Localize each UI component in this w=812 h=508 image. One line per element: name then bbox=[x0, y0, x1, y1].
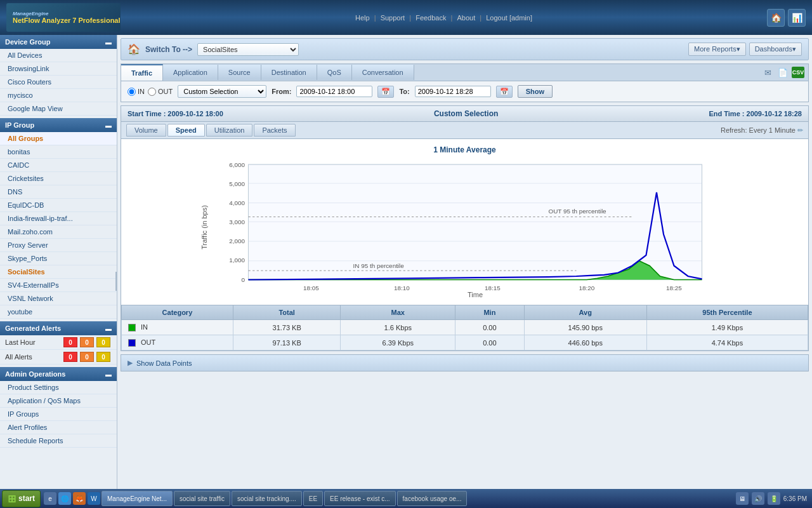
sidebar-item-india-firewall[interactable]: India-firewall-ip-traf... bbox=[0, 212, 117, 225]
col-header-min: Min bbox=[455, 305, 525, 320]
sidebar-item-proxy-server[interactable]: Proxy Server bbox=[0, 239, 117, 252]
taskbar-app-social-traffic[interactable]: social site traffic bbox=[174, 491, 230, 506]
sidebar-item-cisco-routers[interactable]: Cisco Routers bbox=[0, 76, 117, 89]
taskbar-app-social-tracking[interactable]: social site tracking.... bbox=[232, 491, 302, 506]
tab-source[interactable]: Source bbox=[218, 65, 261, 80]
out-radio[interactable] bbox=[148, 88, 156, 96]
out-radio-label[interactable]: OUT bbox=[148, 88, 173, 96]
chart-end-time: End Time : 2009-10-12 18:28 bbox=[709, 110, 802, 117]
sidebar-collapse-arrow[interactable]: ◀ bbox=[115, 272, 117, 291]
sidebar-item-vsnl-network[interactable]: VSNL Network bbox=[0, 292, 117, 305]
sidebar-item-equidc-db[interactable]: EquIDC-DB bbox=[0, 199, 117, 212]
refresh-icon[interactable]: ✏ bbox=[797, 126, 803, 134]
logout-link[interactable]: Logout [admin] bbox=[486, 14, 532, 22]
tab-conversation[interactable]: Conversation bbox=[352, 65, 414, 80]
generated-alerts-header[interactable]: Generated Alerts ▬ bbox=[0, 321, 117, 335]
admin-operations-header[interactable]: Admin Operations ▬ bbox=[0, 367, 117, 381]
col-header-avg: Avg bbox=[524, 305, 646, 320]
sidebar-item-sv4-external[interactable]: SV4-ExternalIPs bbox=[0, 279, 117, 292]
start-button[interactable]: ⊞ start bbox=[2, 490, 41, 507]
from-calendar-button[interactable]: 📅 bbox=[377, 86, 394, 98]
topbar-icon-1[interactable]: 🏠 bbox=[767, 9, 785, 27]
logo: ManageEngine NetFlow Analyzer 7 Professi… bbox=[6, 3, 121, 32]
to-datetime-input[interactable] bbox=[415, 86, 491, 97]
chart-subtitle: 1 Minute Average bbox=[131, 145, 799, 154]
to-calendar-button[interactable]: 📅 bbox=[496, 86, 513, 98]
table-header-row: Category Total Max Min Avg 95th Percenti… bbox=[122, 305, 808, 320]
all-alerts-yellow-badge: 0 bbox=[96, 352, 110, 362]
sidebar-item-mail-zoho[interactable]: Mail.zoho.com bbox=[0, 225, 117, 239]
sidebar-item-bonitas[interactable]: bonitas bbox=[0, 145, 117, 159]
chart-tab-utilization[interactable]: Utilization bbox=[206, 124, 253, 137]
show-button[interactable]: Show bbox=[518, 85, 553, 98]
taskbar-app-ee[interactable]: EE bbox=[303, 491, 323, 506]
feedback-link[interactable]: Feedback bbox=[416, 14, 446, 22]
taskbar-app-facebook[interactable]: facebook usage oe... bbox=[397, 491, 468, 506]
taskbar-icon-2[interactable]: 🌐 bbox=[58, 492, 71, 505]
sidebar-item-browsing-link[interactable]: BrowsingLink bbox=[0, 62, 117, 76]
selection-dropdown[interactable]: Custom Selection Last 1 Hour Last 6 Hour… bbox=[178, 85, 266, 98]
from-datetime-input[interactable] bbox=[296, 86, 372, 97]
sidebar-item-all-groups[interactable]: All Groups bbox=[0, 132, 117, 145]
admin-item-alert-profiles[interactable]: Alert Profiles bbox=[0, 421, 117, 434]
admin-item-ip-groups[interactable]: IP Groups bbox=[0, 408, 117, 421]
svg-text:4,000: 4,000 bbox=[229, 199, 245, 206]
sidebar-item-google-map[interactable]: Google Map View bbox=[0, 102, 117, 116]
sidebar-item-cricketsites[interactable]: Cricketsites bbox=[0, 172, 117, 185]
taskbar-ie-icon[interactable]: e bbox=[44, 492, 56, 505]
chart-start-time: Start Time : 2009-10-12 18:00 bbox=[128, 110, 223, 117]
svg-rect-1 bbox=[249, 164, 702, 280]
sidebar-item-dns[interactable]: DNS bbox=[0, 185, 117, 199]
svg-text:18:05: 18:05 bbox=[303, 284, 319, 291]
col-header-percentile: 95th Percentile bbox=[646, 305, 808, 320]
sidebar-item-social-sites[interactable]: SocialSites bbox=[0, 265, 117, 279]
more-reports-button[interactable]: More Reports▾ bbox=[688, 43, 746, 56]
col-header-total: Total bbox=[233, 305, 341, 320]
admin-item-schedule-reports[interactable]: Schedule Reports bbox=[0, 434, 117, 448]
show-data-points-bar[interactable]: ▶ Show Data Points bbox=[121, 354, 809, 371]
switch-to-select[interactable]: SocialSites All Devices Cisco Routers bbox=[197, 43, 299, 56]
chart-tab-speed[interactable]: Speed bbox=[167, 124, 205, 137]
sidebar-item-mycisco[interactable]: mycisco bbox=[0, 89, 117, 102]
help-link[interactable]: Help bbox=[355, 14, 370, 22]
taskbar-battery-icon: 🔋 bbox=[768, 492, 780, 505]
admin-item-application-qos[interactable]: Application / QoS Maps bbox=[0, 394, 117, 408]
row-out-percentile: 4.74 Kbps bbox=[646, 335, 808, 351]
svg-text:Traffic (in bps): Traffic (in bps) bbox=[200, 205, 208, 250]
chart-tab-volume[interactable]: Volume bbox=[126, 124, 166, 137]
csv-export-icon[interactable]: CSV bbox=[792, 67, 804, 78]
sidebar-item-youtube[interactable]: youtube bbox=[0, 305, 117, 319]
taskbar-ff-icon[interactable]: 🦊 bbox=[73, 492, 86, 505]
all-alerts-orange-badge: 0 bbox=[80, 352, 94, 362]
email-export-icon[interactable]: ✉ bbox=[761, 67, 774, 78]
home-icon: 🏠 bbox=[128, 43, 140, 55]
ip-group-header[interactable]: IP Group ▬ bbox=[0, 118, 117, 132]
topbar-icon-2[interactable]: 📊 bbox=[788, 9, 806, 27]
taskbar-icon-4[interactable]: W bbox=[88, 492, 100, 505]
last-hour-label: Last Hour bbox=[5, 338, 62, 346]
svg-text:Time: Time bbox=[468, 291, 483, 297]
admin-item-product-settings[interactable]: Product Settings bbox=[0, 381, 117, 394]
taskbar-app-manage[interactable]: ManageEngine Net... bbox=[102, 491, 173, 506]
pdf-export-icon[interactable]: 📄 bbox=[776, 67, 789, 78]
tab-traffic[interactable]: Traffic bbox=[121, 64, 163, 81]
data-table: Category Total Max Min Avg 95th Percenti… bbox=[121, 305, 808, 351]
last-hour-alerts-row: Last Hour 0 0 0 bbox=[0, 335, 117, 350]
in-radio[interactable] bbox=[128, 88, 136, 96]
row-in-category: IN bbox=[122, 320, 233, 335]
sidebar-item-all-devices[interactable]: All Devices bbox=[0, 49, 117, 62]
tab-application[interactable]: Application bbox=[163, 65, 218, 80]
sidebar-item-skype-ports[interactable]: Skype_Ports bbox=[0, 252, 117, 265]
in-radio-label[interactable]: IN bbox=[128, 88, 145, 96]
support-link[interactable]: Support bbox=[381, 14, 405, 22]
sidebar: Device Group ▬ All Devices BrowsingLink … bbox=[0, 35, 117, 508]
dashboards-button[interactable]: Dashboards▾ bbox=[749, 43, 802, 56]
device-group-header[interactable]: Device Group ▬ bbox=[0, 35, 117, 49]
tab-qos[interactable]: QoS bbox=[317, 65, 352, 80]
chart-tab-packets[interactable]: Packets bbox=[254, 124, 295, 137]
sidebar-item-caidc[interactable]: CAIDC bbox=[0, 159, 117, 172]
taskbar-app-ee-release[interactable]: EE release - exist c... bbox=[324, 491, 395, 506]
logo-me-text: ManageEngine bbox=[13, 11, 121, 17]
tab-destination[interactable]: Destination bbox=[261, 65, 317, 80]
about-link[interactable]: About bbox=[457, 14, 475, 22]
